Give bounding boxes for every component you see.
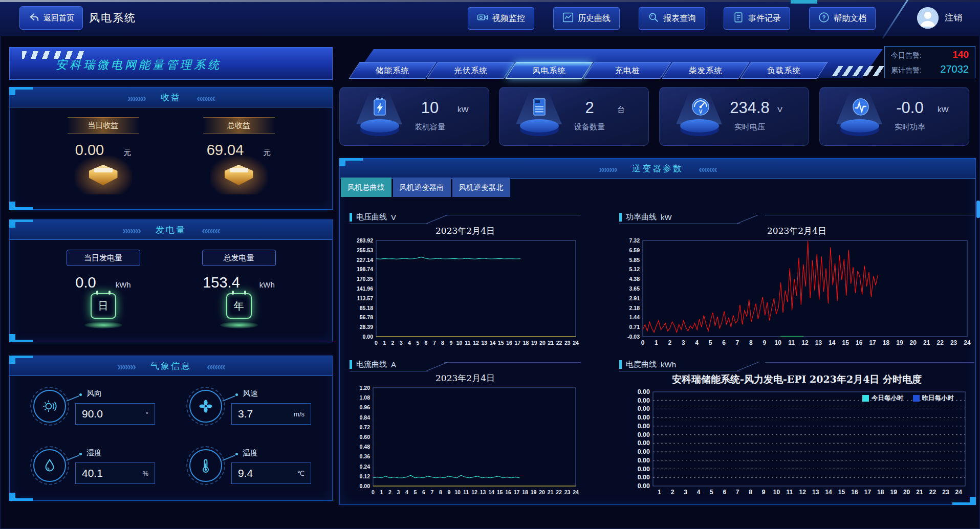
svg-text:6: 6 — [722, 339, 726, 346]
svg-text:0.00: 0.00 — [638, 474, 650, 481]
stat-label: 装机容量 — [400, 122, 460, 132]
gold-box-icon — [79, 160, 128, 190]
report-query-button[interactable]: 报表查询 — [639, 7, 705, 30]
generation-total-unit: kWh — [259, 280, 275, 289]
tab-load-system[interactable]: 负载系统 — [740, 62, 827, 79]
generation-total-badge: 总发电量 — [202, 250, 276, 266]
svg-text:5: 5 — [710, 489, 713, 496]
svg-text:18: 18 — [522, 489, 528, 495]
svg-text:11: 11 — [465, 340, 470, 346]
svg-text:7: 7 — [736, 489, 739, 496]
gold-box-icon — [214, 160, 264, 190]
svg-text:10: 10 — [775, 339, 782, 346]
wind-direction-item: 风向 90.0 ° — [15, 379, 171, 438]
subtab-inverter-north[interactable]: 风机逆变器北 — [452, 178, 510, 197]
history-curve-button[interactable]: 历史曲线 — [553, 7, 620, 30]
svg-text:16: 16 — [851, 489, 858, 496]
svg-text:14: 14 — [490, 340, 496, 346]
current-plot: 1.201.080.960.840.720.600.480.360.240.12… — [350, 385, 580, 499]
corner-decoration — [9, 202, 15, 210]
stat-unit: V — [777, 105, 782, 114]
svg-text:11: 11 — [788, 339, 795, 346]
wind-direction-value: 90.0 — [82, 408, 146, 420]
svg-text:5: 5 — [416, 340, 419, 346]
humidity-value-box: 40.1 % — [75, 462, 155, 484]
svg-text:21: 21 — [916, 489, 923, 496]
svg-text:7: 7 — [736, 339, 739, 346]
subtab-total-curve[interactable]: 风机总曲线 — [341, 178, 391, 197]
chevrons-left-icon — [202, 225, 220, 235]
svg-text:2: 2 — [391, 340, 395, 346]
stat-realtime-power: -0.0 kW 实时功率 — [819, 87, 969, 146]
svg-text:56.78: 56.78 — [360, 314, 373, 320]
corner-decoration — [9, 493, 15, 501]
power-plot: 7.326.595.855.124.383.652.912.181.440.71… — [619, 237, 973, 350]
energy-chart: 电度曲线 kWh 安科瑞储能系统-风力发电-EPI 2023年2月4日 分时电度… — [619, 357, 974, 503]
inverter-panel: 逆变器参数 风机总曲线 风机逆变器南 风机逆变器北 电压曲线 V 2023年2月… — [339, 158, 976, 505]
energy-plot: 0.000.000.000.000.000.000.000.000.000.00… — [619, 387, 972, 501]
svg-text:V: V — [699, 109, 703, 115]
tab-wind-system[interactable]: 风电系统 — [505, 62, 593, 79]
subtab-inverter-south[interactable]: 风机逆变器南 — [393, 178, 451, 197]
svg-text:0.00: 0.00 — [638, 482, 650, 490]
day-calendar-icon: 日 — [84, 293, 122, 328]
svg-text:6.59: 6.59 — [629, 247, 640, 253]
svg-text:0.00: 0.00 — [638, 448, 650, 455]
svg-text:-0.03: -0.03 — [627, 334, 640, 340]
svg-text:28.39: 28.39 — [360, 324, 373, 330]
scrollbar-nub[interactable] — [976, 201, 980, 218]
svg-text:3.65: 3.65 — [629, 285, 640, 292]
chevrons-right-icon — [117, 361, 135, 371]
top-notch-decoration — [791, 0, 817, 4]
history-curve-label: 历史曲线 — [578, 13, 611, 24]
svg-text:15: 15 — [498, 340, 504, 346]
stat-unit: kW — [938, 105, 949, 114]
svg-text:3: 3 — [682, 339, 685, 346]
logout-button[interactable]: 注销 — [945, 0, 962, 36]
wind-speed-value-box: 3.7 m/s — [231, 403, 311, 425]
svg-text:0.00: 0.00 — [638, 423, 650, 430]
svg-text:0.96: 0.96 — [360, 404, 371, 410]
back-home-button[interactable]: 返回首页 — [19, 6, 83, 30]
svg-text:7.32: 7.32 — [629, 237, 640, 244]
chart-label: 功率曲线 — [626, 212, 657, 222]
svg-text:0: 0 — [372, 489, 375, 495]
svg-text:20: 20 — [910, 339, 917, 346]
tab-diesel-system[interactable]: 柴发系统 — [662, 62, 749, 79]
connector-line — [67, 395, 79, 402]
svg-text:22: 22 — [556, 340, 562, 346]
stat-label: 实时电压 — [720, 122, 779, 132]
wind-speed-item: 风速 3.7 m/s — [171, 379, 327, 438]
alarm-today-value: 140 — [952, 49, 969, 60]
svg-text:21: 21 — [923, 339, 930, 346]
tab-pv-system[interactable]: 光伏系统 — [427, 62, 514, 79]
year-calendar-icon: 年 — [220, 293, 258, 328]
event-log-button[interactable]: 事件记录 — [724, 7, 790, 30]
svg-text:24: 24 — [964, 339, 971, 346]
svg-text:19: 19 — [890, 489, 898, 496]
svg-text:0.00: 0.00 — [363, 334, 374, 340]
connector-line — [223, 395, 235, 402]
svg-text:17: 17 — [864, 489, 872, 496]
report-query-label: 报表查询 — [663, 13, 696, 24]
chart-unit: kW — [661, 213, 672, 222]
corner-decoration — [970, 497, 976, 505]
chevrons-left-icon — [197, 92, 214, 103]
video-camera-icon — [477, 12, 488, 25]
video-monitor-button[interactable]: 视频监控 — [468, 7, 534, 30]
svg-text:10: 10 — [773, 489, 780, 496]
hazard-stripes-icon — [832, 66, 886, 76]
svg-text:23: 23 — [564, 489, 571, 495]
tab-charging-pile[interactable]: 充电桩 — [583, 62, 671, 79]
chart-date-title: 2023年2月4日 — [350, 371, 581, 385]
tab-storage-system[interactable]: 储能系统 — [349, 62, 436, 79]
chart-unit: kWh — [661, 360, 676, 369]
chevrons-left-icon — [207, 361, 225, 371]
chart-date-title: 2023年2月4日 — [350, 224, 581, 237]
svg-text:17: 17 — [869, 339, 876, 346]
help-doc-button[interactable]: ? 帮助文档 — [809, 7, 876, 30]
avatar[interactable] — [917, 7, 939, 29]
svg-text:16: 16 — [856, 339, 863, 346]
svg-text:17: 17 — [514, 340, 520, 346]
power-chart-head: 功率曲线 kW — [619, 210, 974, 224]
